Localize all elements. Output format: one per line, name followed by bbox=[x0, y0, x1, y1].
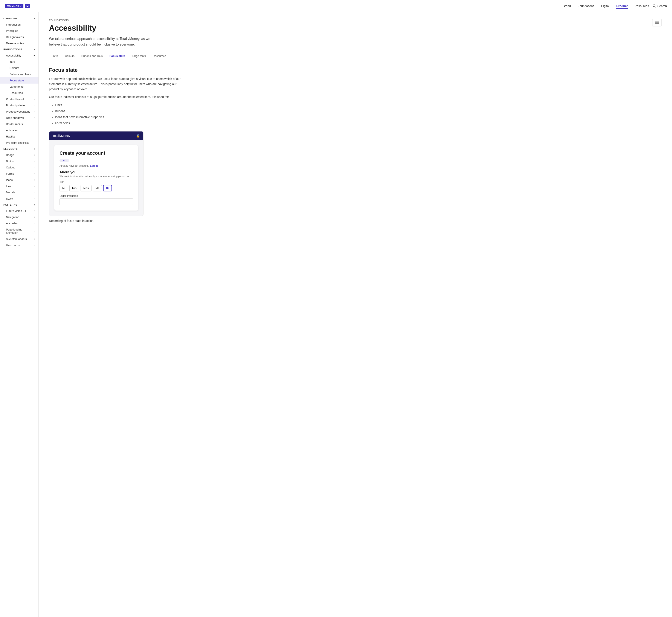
sidebar-item-focus-state[interactable]: Focus state bbox=[0, 77, 38, 83]
sidebar-item-icons[interactable]: Icons › bbox=[0, 177, 38, 183]
demo-login-text: Already have an account? bbox=[59, 164, 89, 167]
demo-card-body: Create your account 1 of 4 Already have … bbox=[49, 140, 143, 216]
search-label: Search bbox=[657, 4, 667, 8]
breadcrumb: FOUNDATIONS bbox=[49, 19, 662, 22]
nav-links: Brand Foundations Digital Product Resour… bbox=[563, 4, 649, 8]
demo-step-badge: 1 of 4 bbox=[59, 159, 69, 162]
tab-intro[interactable]: Intro bbox=[49, 52, 61, 60]
sidebar-item-animation[interactable]: Animation bbox=[0, 127, 38, 134]
chevron-right-icon-page-loading: › bbox=[34, 230, 35, 232]
sidebar-item-design-tokens[interactable]: Design tokens bbox=[0, 34, 38, 40]
sidebar-item-haptics[interactable]: Haptics bbox=[0, 134, 38, 140]
sidebar-item-page-loading[interactable]: Page loading animation › bbox=[0, 226, 38, 233]
sidebar-section-foundations[interactable]: FOUNDATIONS ▾ bbox=[0, 46, 38, 52]
demo-about-desc: We use this information to identify you … bbox=[59, 175, 133, 178]
demo-title-ms[interactable]: Ms bbox=[93, 185, 102, 191]
sidebar-item-product-typography[interactable]: Product typography › bbox=[0, 109, 38, 115]
sidebar-item-resources[interactable]: Resources bbox=[0, 90, 38, 96]
svg-line-1 bbox=[655, 6, 656, 7]
list-item-buttons: Buttons bbox=[55, 108, 662, 114]
demo-caption: Recording of focus state in action bbox=[49, 218, 182, 224]
chevron-down-icon-elements: ▾ bbox=[34, 148, 35, 150]
sidebar-section-foundations-label: FOUNDATIONS bbox=[3, 48, 23, 51]
nav-item-resources[interactable]: Resources bbox=[635, 4, 649, 8]
search-button[interactable]: Search bbox=[653, 4, 667, 8]
sidebar-item-colours[interactable]: Colours bbox=[0, 65, 38, 71]
section-title: Focus state bbox=[49, 67, 662, 73]
demo-login-row: Already have an account? Log in bbox=[59, 164, 133, 167]
tab-focus-state[interactable]: Focus state bbox=[106, 52, 129, 60]
sidebar-item-button[interactable]: Button › bbox=[0, 158, 38, 164]
toc-icon bbox=[655, 21, 659, 24]
demo-about-title: About you bbox=[59, 170, 133, 174]
sidebar-item-principles[interactable]: Principles bbox=[0, 28, 38, 34]
chevron-right-icon-accordion: › bbox=[34, 222, 35, 224]
sidebar-item-modals[interactable]: Modals › bbox=[0, 189, 38, 196]
demo-title-dr[interactable]: Dr bbox=[103, 185, 112, 191]
demo-title-miss[interactable]: Miss bbox=[80, 185, 91, 191]
demo-title-mr[interactable]: Mr bbox=[59, 185, 68, 191]
chevron-down-icon-foundations: ▾ bbox=[34, 48, 35, 51]
page-description: We take a serious approach to accessibil… bbox=[49, 36, 156, 47]
sidebar-item-drop-shadows[interactable]: Drop shadows › bbox=[0, 115, 38, 121]
chevron-right-icon-stack: › bbox=[34, 197, 35, 200]
sidebar-item-product-layout[interactable]: Product layout › bbox=[0, 96, 38, 102]
tab-large-fonts[interactable]: Large fonts bbox=[129, 52, 149, 60]
nav-item-foundations[interactable]: Foundations bbox=[578, 4, 594, 8]
logo[interactable]: MOMENTU M bbox=[5, 4, 30, 8]
section-paragraph-1: For our web app and public website, we u… bbox=[49, 76, 182, 92]
demo-title-label: Title bbox=[59, 181, 133, 184]
nav-item-digital[interactable]: Digital bbox=[601, 4, 610, 8]
tab-colours[interactable]: Colours bbox=[61, 52, 78, 60]
list-item-icons: Icons that have interactive properties bbox=[55, 114, 662, 120]
sidebar-item-border-radius[interactable]: Border radius bbox=[0, 121, 38, 127]
sidebar-item-release-notes[interactable]: Release notes bbox=[0, 40, 38, 46]
chevron-right-icon-modals: › bbox=[34, 191, 35, 194]
sidebar-item-callout[interactable]: Callout › bbox=[0, 164, 38, 171]
nav-item-brand[interactable]: Brand bbox=[563, 4, 571, 8]
sidebar-item-product-palette[interactable]: Product palette › bbox=[0, 102, 38, 109]
sidebar-item-introduction[interactable]: Introduction bbox=[0, 21, 38, 28]
chevron-right-icon-icons: › bbox=[34, 179, 35, 181]
sidebar-item-large-fonts[interactable]: Large fonts bbox=[0, 83, 38, 90]
tab-buttons-and-links[interactable]: Buttons and links bbox=[78, 52, 106, 60]
search-icon bbox=[653, 4, 656, 8]
list-item-forms: Form fields bbox=[55, 120, 662, 126]
tab-resources[interactable]: Resources bbox=[149, 52, 170, 60]
chevron-right-icon-product-palette: › bbox=[34, 104, 35, 107]
sidebar-section-overview[interactable]: OVERVIEW ▾ bbox=[0, 15, 38, 21]
page-layout: OVERVIEW ▾ Introduction Principles Desig… bbox=[0, 12, 672, 233]
sidebar-item-forms[interactable]: Forms › bbox=[0, 171, 38, 177]
chevron-right-icon-product-layout: › bbox=[34, 98, 35, 100]
demo-login-link[interactable]: Log in bbox=[90, 164, 98, 167]
sidebar-section-elements-label: ELEMENTS bbox=[3, 148, 18, 150]
sidebar-item-intro[interactable]: Intro bbox=[0, 59, 38, 65]
chevron-right-icon-button: › bbox=[34, 160, 35, 162]
sidebar-item-buttons-and-links[interactable]: Buttons and links bbox=[0, 71, 38, 77]
sidebar: OVERVIEW ▾ Introduction Principles Desig… bbox=[0, 12, 39, 233]
sidebar-item-preflight[interactable]: Pre-flight checklist bbox=[0, 140, 38, 146]
sidebar-item-link[interactable]: Link › bbox=[0, 183, 38, 189]
sidebar-item-badge[interactable]: Badge › bbox=[0, 152, 38, 158]
sidebar-item-stack[interactable]: Stack › bbox=[0, 196, 38, 202]
nav-item-product[interactable]: Product bbox=[616, 4, 628, 8]
sidebar-item-navigation[interactable]: Navigation › bbox=[0, 214, 38, 220]
demo-brand-name: TotallyMoney bbox=[53, 134, 70, 138]
demo-firstname-input[interactable] bbox=[59, 198, 133, 205]
sidebar-section-patterns[interactable]: PATTERNS ▾ bbox=[0, 202, 38, 208]
logo-m: M bbox=[25, 4, 30, 8]
sidebar-item-future-vision[interactable]: Future vision 24 › bbox=[0, 208, 38, 214]
chevron-down-icon: ▾ bbox=[34, 17, 35, 20]
sidebar-item-accordion[interactable]: Accordion › bbox=[0, 220, 38, 226]
focus-state-list: Links Buttons Icons that have interactiv… bbox=[49, 102, 662, 126]
demo-title-mrs[interactable]: Mrs bbox=[69, 185, 79, 191]
page-title: Accessibility bbox=[49, 24, 662, 33]
sidebar-item-accessibility[interactable]: Accessibility ▾ bbox=[0, 52, 38, 59]
chevron-right-icon-link: › bbox=[34, 185, 35, 187]
chevron-right-icon-navigation: › bbox=[34, 216, 35, 218]
toc-button[interactable] bbox=[652, 19, 662, 26]
content-tabs: Intro Colours Buttons and links Focus st… bbox=[49, 52, 662, 60]
sidebar-section-elements[interactable]: ELEMENTS ▾ bbox=[0, 146, 38, 152]
demo-title-buttons: Mr Mrs Miss Ms Dr bbox=[59, 185, 133, 191]
chevron-right-icon-badge: › bbox=[34, 154, 35, 156]
